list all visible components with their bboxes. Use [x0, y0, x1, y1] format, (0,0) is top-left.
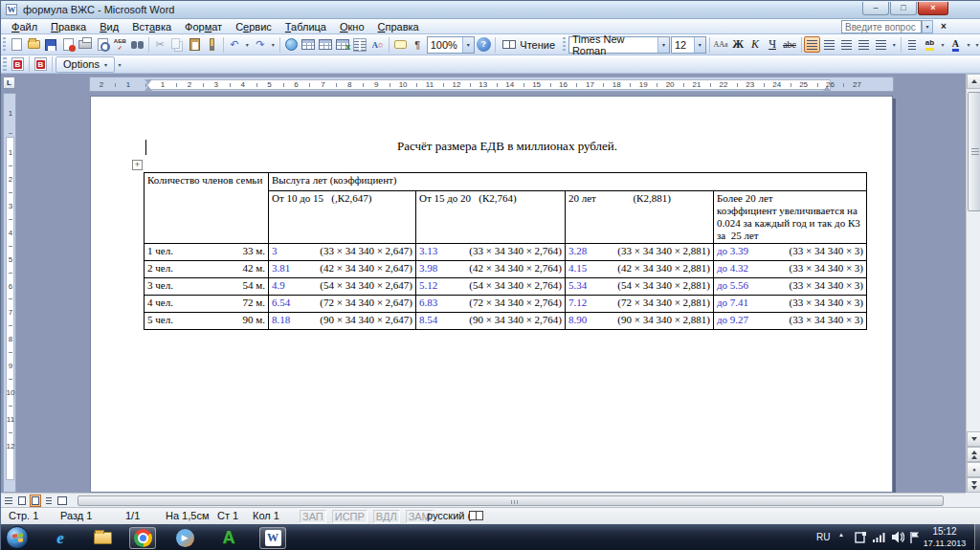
next-page-button[interactable] — [967, 477, 980, 493]
open-button[interactable] — [26, 36, 42, 53]
menu-item-Файл[interactable]: Файл — [5, 20, 44, 33]
formatting-toolbar-grip[interactable] — [563, 37, 566, 52]
taskbar-clock[interactable]: 15:12 17.11.2013 — [918, 526, 971, 549]
question-dropdown-icon[interactable]: ▾ — [922, 20, 933, 33]
document-heading[interactable]: Расчёт размера ЕДВ в миллионах рублей. — [145, 139, 869, 154]
ask-question-input[interactable] — [841, 20, 922, 33]
font-color-dropdown-icon[interactable]: ▾ — [965, 36, 972, 53]
table-move-handle[interactable]: + — [132, 160, 143, 170]
menu-item-Вид[interactable]: Вид — [93, 20, 125, 33]
research-button[interactable] — [129, 36, 145, 53]
toolbar-options-icon[interactable]: ▾ — [973, 36, 980, 53]
family-cell[interactable]: 2 чел.42 м. — [145, 261, 269, 278]
size-dropdown-icon[interactable]: ▾ — [694, 37, 705, 53]
spelling-button[interactable]: АБВ✓ — [112, 36, 128, 53]
maximize-button[interactable]: □ — [890, 2, 917, 15]
numbered-list-button[interactable] — [904, 36, 921, 53]
toolbar-close-icon[interactable]: × — [937, 20, 950, 33]
col-header-10-15[interactable]: От 10 до 15 (,К2,647) — [269, 191, 416, 244]
value-cell[interactable]: 8.54(90 × 34 340 × 2,764) — [416, 313, 566, 330]
status-mode-ИСПР[interactable]: ИСПР — [332, 510, 368, 523]
print-preview-button[interactable] — [95, 36, 111, 53]
reviewing-pane-button[interactable] — [392, 36, 409, 53]
value-cell[interactable]: до 9.27(33 × 34 340 × 3) — [714, 313, 867, 330]
family-cell[interactable]: 4 чел.72 м. — [145, 296, 269, 313]
horizontal-scroll-thumb[interactable] — [78, 495, 944, 506]
normal-view-button[interactable] — [3, 495, 14, 507]
reading-view-button[interactable] — [56, 495, 68, 507]
value-cell[interactable]: 5.12(54 × 34 340 × 2,764) — [416, 278, 566, 296]
vertical-scroll-thumb[interactable] — [968, 92, 980, 211]
format-painter-button[interactable] — [204, 36, 220, 53]
family-cell[interactable]: 5 чел.90 м. — [145, 313, 269, 330]
close-button[interactable]: × — [918, 2, 948, 15]
horizontal-ruler[interactable]: 2112345678910111213141516171819202122232… — [89, 77, 894, 92]
strikethrough-button[interactable]: abc — [782, 36, 798, 53]
zoom-dropdown-icon[interactable]: ▾ — [462, 37, 474, 53]
highlight-button[interactable]: ab — [922, 36, 938, 53]
value-cell[interactable]: 3.13(33 × 34 340 × 2,764) — [416, 244, 566, 261]
print-button[interactable] — [78, 36, 94, 53]
undo-button[interactable]: ↶ — [226, 36, 242, 53]
highlight-dropdown-icon[interactable]: ▾ — [939, 36, 947, 53]
menu-item-Вставка[interactable]: Вставка — [125, 20, 178, 33]
menu-item-Справка[interactable]: Справка — [371, 20, 426, 33]
font-name-combo[interactable]: Times New Roman ▾ — [568, 36, 670, 54]
family-cell[interactable]: 3 чел.54 м. — [145, 278, 269, 296]
family-cell[interactable]: 1 чел.33 м. — [145, 244, 269, 261]
font-dropdown-icon[interactable]: ▾ — [657, 37, 669, 53]
insert-table-button[interactable] — [318, 36, 334, 53]
horizontal-scrollbar[interactable] — [1, 493, 966, 507]
value-cell[interactable]: 3.28(33 × 34 340 × 2,881) — [566, 244, 714, 261]
align-center-button[interactable] — [821, 36, 837, 53]
menu-item-Таблица[interactable]: Таблица — [278, 20, 333, 33]
print-layout-view-button[interactable] — [30, 495, 41, 507]
addin-toolbar-grip[interactable] — [3, 57, 7, 72]
italic-button[interactable]: К — [747, 36, 764, 53]
redo-dropdown-icon[interactable]: ▾ — [269, 36, 277, 53]
value-cell[interactable]: 3.98(42 × 34 340 × 2,764) — [416, 261, 566, 278]
font-color-button[interactable]: А — [947, 36, 964, 53]
columns-button[interactable] — [352, 36, 368, 53]
permission-button[interactable] — [60, 36, 77, 53]
action-center-icon[interactable] — [855, 531, 867, 543]
status-mode-ЗАП[interactable]: ЗАП — [300, 510, 326, 523]
scroll-up-button[interactable] — [967, 74, 980, 89]
network-icon[interactable] — [873, 531, 885, 543]
value-cell[interactable]: 6.54(72 × 34 340 × 2,647) — [269, 296, 416, 313]
addin-toolbar-options-icon[interactable]: ▾ — [116, 56, 123, 73]
pdf-email-button[interactable]: B — [33, 56, 49, 73]
value-cell[interactable]: 8.18(90 × 34 340 × 2,647) — [269, 313, 416, 330]
hidden-icons-icon[interactable]: ▲ — [838, 532, 844, 538]
value-cell[interactable]: 5.34(54 × 34 340 × 2,881) — [566, 278, 714, 296]
bold-button[interactable]: Ж — [730, 36, 746, 53]
col-header-over-20[interactable]: Более 20 лет коэффициент увеличивается н… — [714, 191, 867, 244]
paste-button[interactable] — [187, 36, 203, 53]
minimize-button[interactable]: – — [862, 2, 889, 15]
outline-view-button[interactable] — [43, 495, 55, 507]
value-cell[interactable]: до 5.56(33 × 34 340 × 3) — [714, 278, 867, 296]
col-header-15-20[interactable]: От 15 до 20 (К2,764) — [416, 191, 566, 244]
show-hide-pilcrow-button[interactable]: ¶ — [410, 36, 426, 53]
read-mode-button[interactable]: Чтение — [498, 36, 560, 54]
menu-item-Формат[interactable]: Формат — [178, 20, 229, 33]
options-button[interactable]: Options ▾ — [56, 56, 115, 73]
tables-borders-button[interactable] — [301, 36, 317, 53]
drawing-button[interactable]: A○ — [369, 36, 386, 53]
pdf-create-button[interactable]: B — [10, 56, 26, 73]
value-cell[interactable]: 4.9(54 × 34 340 × 2,647) — [269, 278, 416, 296]
previous-page-button[interactable] — [967, 447, 980, 462]
new-document-button[interactable] — [9, 36, 25, 53]
help-button[interactable]: ? — [476, 36, 492, 53]
line-spacing-dropdown-icon[interactable]: ▾ — [890, 36, 898, 53]
web-layout-view-button[interactable] — [16, 495, 28, 507]
value-cell[interactable]: 3(33 × 34 340 × 2,647) — [269, 244, 416, 261]
insert-hyperlink-button[interactable] — [283, 36, 300, 53]
value-cell[interactable]: 8.90(90 × 34 340 × 2,881) — [566, 313, 714, 330]
toolbar-grip[interactable] — [3, 37, 6, 52]
show-desktop-button[interactable] — [974, 524, 980, 550]
line-spacing-button[interactable] — [873, 36, 889, 53]
save-button[interactable] — [43, 36, 59, 53]
tab-stop-selector[interactable]: L — [3, 77, 15, 89]
volume-icon[interactable] — [891, 531, 904, 543]
